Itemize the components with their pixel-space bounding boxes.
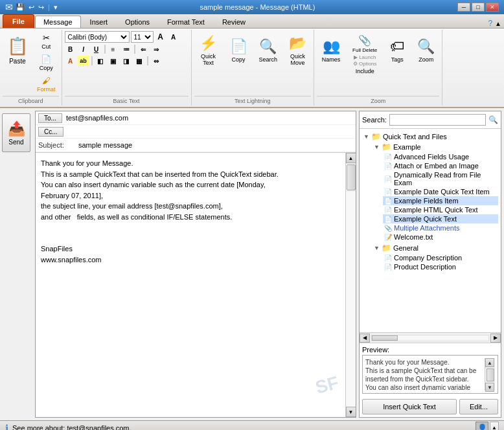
bold-button[interactable]: B [65, 44, 76, 54]
scroll-thumb-h[interactable] [372, 335, 398, 341]
email-header: To... Cc... Subject: [36, 111, 356, 153]
names-button[interactable]: 👥 Names [317, 31, 345, 70]
scroll-thumb[interactable] [347, 164, 356, 190]
align-right-button[interactable]: ◨ [120, 56, 132, 66]
increase-indent-button[interactable]: ⇒ [150, 44, 162, 54]
preview-scroll-up[interactable]: ▲ [485, 358, 494, 367]
doc-icon: 📄 [384, 188, 392, 196]
list-item[interactable]: 📄 Attach or Embed an Image [383, 161, 498, 170]
list-item[interactable]: 📝 Welcome.txt [383, 232, 498, 242]
list-item[interactable]: 📄 Product Description [383, 262, 498, 271]
cc-input[interactable] [66, 126, 353, 137]
scroll-left-button[interactable]: ◀ [360, 334, 370, 343]
tab-file[interactable]: File [3, 14, 34, 28]
save-icon[interactable]: 💾 [16, 3, 25, 12]
folder-icon: 📁 [382, 243, 391, 253]
scroll-down-button[interactable]: ▼ [346, 407, 356, 417]
list-item[interactable]: 📄 Advanced Fields Usage [383, 152, 498, 161]
names-label: Names [322, 56, 341, 63]
quick-text-button[interactable]: ⚡ QuickText [194, 31, 223, 70]
zoom-button[interactable]: 🔍 Zoom [413, 31, 439, 70]
minimize-button[interactable]: ─ [457, 3, 470, 12]
include-button[interactable]: 📎 Full Delete ▶ Launch ⚙ Options Include [348, 31, 382, 78]
doc-icon: 📄 [384, 216, 392, 223]
tab-insert[interactable]: Insert [82, 16, 117, 28]
list-item[interactable]: 📄 Example Fields Item [383, 196, 498, 205]
folder-example-text: Example [393, 143, 421, 151]
align-center-button[interactable]: ▣ [108, 56, 119, 66]
avatar: 👤 [475, 422, 488, 431]
to-button[interactable]: To... [38, 113, 62, 123]
font-shrink-button[interactable]: A [168, 32, 179, 42]
tab-format-text[interactable]: Format Text [159, 16, 213, 28]
item-label: Product Description [394, 263, 456, 271]
tags-button[interactable]: 🏷 Tags [384, 31, 410, 70]
expand-icon: ▼ [363, 133, 369, 140]
send-button[interactable]: 📤 Send [2, 113, 30, 152]
paste-button[interactable]: 📋 Paste [3, 31, 32, 70]
edit-button[interactable]: Edit... [459, 399, 498, 414]
list-item[interactable]: 📄 Example Quick Text [383, 214, 498, 223]
underline-button[interactable]: U [91, 44, 102, 54]
decrease-indent-button[interactable]: ⇐ [137, 44, 149, 54]
list-item[interactable]: 📄 Example HTML Quick Text [383, 205, 498, 214]
rtl-button[interactable]: ⇔ [150, 56, 162, 66]
scroll-right-button[interactable]: ▶ [490, 334, 501, 343]
title-bar: ✉ 💾 ↩ ↪ | ▾ sample message - Message (HT… [0, 0, 504, 14]
redo-icon[interactable]: ↪ [38, 3, 44, 12]
send-icon: 📤 [8, 120, 25, 137]
email-body[interactable]: Thank you for your Message. This is a sa… [36, 153, 345, 417]
search-input[interactable] [389, 114, 486, 126]
send-area: 📤 Send [0, 108, 32, 420]
folder-icon: 📁 [371, 132, 381, 141]
help-icon[interactable]: ? [488, 19, 492, 28]
bullets-button[interactable]: ≡ [108, 44, 119, 54]
cut-button[interactable]: ✂ Cut [34, 31, 59, 52]
list-item[interactable]: 📄 Example Date Quick Text Item [383, 187, 498, 196]
search-icon[interactable]: 🔍 [488, 115, 498, 124]
full-delete-label: Full Delete [352, 47, 377, 53]
folder-icon: 📁 [382, 142, 391, 152]
tab-review[interactable]: Review [214, 16, 254, 28]
font-family-select[interactable]: Calibri (Body) [65, 31, 130, 43]
tab-message[interactable]: Message [35, 16, 81, 28]
email-body-scrollbar[interactable]: ▲ ▼ [345, 153, 356, 417]
text-color-button[interactable]: A [65, 56, 76, 66]
highlight-button[interactable]: ab [78, 56, 89, 66]
copy-button-tl[interactable]: 📄 Copy [225, 31, 252, 70]
tree-root-text: Quick Text and Files [383, 133, 447, 141]
tree-folder-example-label[interactable]: ▼ 📁 Example [372, 142, 498, 152]
tree-scrollbar-h[interactable]: ◀ ▶ [360, 332, 501, 343]
list-item[interactable]: 📄 Dynamically Read from File Exam [383, 170, 498, 187]
text-lightning-group: ⚡ QuickText 📄 Copy 🔍 Search 📂 QuickMove … [192, 30, 315, 106]
minimize-ribbon-icon[interactable]: ▲ [495, 20, 501, 27]
insert-quick-text-button[interactable]: Insert Quick Text [362, 399, 457, 414]
maximize-button[interactable]: □ [472, 3, 485, 12]
preview-scroll-down[interactable]: ▼ [485, 383, 494, 392]
quick-move-button[interactable]: 📂 QuickMove [284, 31, 311, 70]
status-scroll-button[interactable]: ▲ [490, 422, 499, 431]
scroll-up-button[interactable]: ▲ [346, 153, 356, 163]
preview-scroll-thumb[interactable] [487, 368, 494, 381]
search-button[interactable]: 🔍 Search [255, 31, 282, 70]
close-button[interactable]: ✕ [486, 3, 499, 12]
list-item[interactable]: 📄 Company Description [383, 253, 498, 262]
justify-button[interactable]: ▦ [133, 56, 145, 66]
font-grow-button[interactable]: A [155, 32, 166, 42]
preview-scrollbar[interactable]: ▲ ▼ [485, 358, 495, 390]
cc-button[interactable]: Cc... [38, 127, 63, 137]
numbering-button[interactable]: ≔ [120, 44, 132, 54]
list-item[interactable]: 📎 Multiple Attachments [383, 223, 498, 232]
italic-button[interactable]: I [78, 44, 89, 54]
format-painter-button[interactable]: 🖌 Format [34, 74, 59, 95]
tree-folder-general-label[interactable]: ▼ 📁 General [372, 243, 498, 253]
tab-options[interactable]: Options [117, 16, 158, 28]
font-size-select[interactable]: 11 [131, 31, 154, 43]
item-label: Example Fields Item [394, 197, 459, 205]
subject-input[interactable] [77, 140, 353, 150]
to-input[interactable] [65, 113, 353, 123]
align-left-button[interactable]: ◧ [95, 56, 106, 66]
undo-icon[interactable]: ↩ [29, 3, 34, 12]
copy-button-clipboard[interactable]: 📄 Copy [34, 52, 59, 73]
tree-root-label[interactable]: ▼ 📁 Quick Text and Files [362, 131, 498, 142]
